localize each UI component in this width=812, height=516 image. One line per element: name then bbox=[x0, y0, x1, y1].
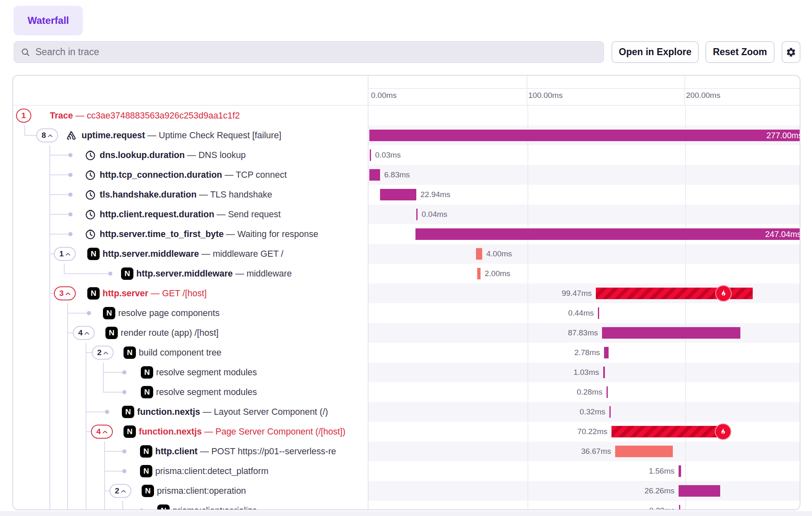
span-timeline-cell: 1.56ms bbox=[369, 461, 800, 481]
tree-connector-dot bbox=[68, 193, 72, 197]
span-tree-cell: 3Nhttp.server — GET /[host] bbox=[13, 284, 369, 303]
span-row[interactable]: 1Nhttp.server.middleware — middleware GE… bbox=[13, 244, 800, 264]
duration-bar[interactable] bbox=[679, 485, 720, 497]
span-title: prisma:client:detect_platform bbox=[155, 461, 268, 481]
duration-bar[interactable] bbox=[679, 505, 680, 510]
span-op-name: build component tree bbox=[139, 348, 222, 358]
tree-connector-stub bbox=[104, 451, 124, 452]
timeline-header: 0.00ms100.00ms200.00ms bbox=[13, 76, 800, 106]
span-op-name: resolve segment modules bbox=[156, 367, 257, 377]
child-count-pill[interactable]: 3 bbox=[54, 286, 76, 300]
duration-bar[interactable]: 277.00ms bbox=[369, 130, 800, 141]
duration-bar[interactable]: 247.04ms bbox=[415, 228, 800, 240]
span-row[interactable]: http.tcp_connection.duration — TCP conne… bbox=[13, 165, 800, 185]
duration-bar[interactable] bbox=[416, 209, 418, 220]
duration-bar[interactable] bbox=[609, 406, 611, 418]
span-row[interactable]: http.client.request.duration — Send requ… bbox=[13, 205, 800, 224]
span-row[interactable]: Nresolve page components0.44ms bbox=[13, 303, 800, 323]
child-count-pill[interactable]: 4 bbox=[73, 326, 95, 340]
span-row[interactable]: 4Nfunction.nextjs — Page Server Componen… bbox=[13, 422, 800, 442]
span-row[interactable]: 2Nprisma:client:operation26.26ms bbox=[13, 481, 800, 501]
child-count-pill[interactable]: 1 bbox=[54, 247, 76, 261]
settings-button[interactable] bbox=[782, 41, 800, 63]
duration-bar[interactable] bbox=[615, 446, 673, 457]
chevron-up-icon bbox=[65, 292, 70, 295]
span-row[interactable]: http.server.time_to_first_byte — Waiting… bbox=[13, 224, 800, 244]
tree-connector-line bbox=[86, 461, 86, 481]
span-row[interactable]: Nfunction.nextjs — Layout Server Compone… bbox=[13, 402, 800, 422]
tree-header bbox=[13, 76, 369, 105]
span-row[interactable]: Nresolve segment modules0.28ms bbox=[13, 382, 800, 402]
clock-icon bbox=[84, 209, 96, 220]
span-row[interactable]: tls.handshake.duration — TLS handshake22… bbox=[13, 185, 800, 205]
duration-bar[interactable] bbox=[370, 149, 371, 161]
span-op-name: http.client bbox=[155, 446, 198, 456]
span-row[interactable]: Nprisma:client:detect_platform1.56ms bbox=[13, 461, 800, 481]
tree-connector-line bbox=[49, 481, 50, 501]
span-timeline-cell: 0.44ms bbox=[369, 303, 800, 323]
duration-bar[interactable] bbox=[607, 386, 608, 398]
tree-connector-dot bbox=[68, 232, 72, 236]
span-op-name: dns.lookup.duration bbox=[100, 150, 185, 160]
span-timeline-cell: 36.67ms bbox=[369, 442, 800, 461]
span-description: cc3ae3748883563a926c253d9aa1c1f2 bbox=[87, 111, 240, 121]
duration-bar[interactable] bbox=[380, 189, 416, 200]
duration-bar[interactable] bbox=[679, 465, 681, 477]
duration-bar[interactable] bbox=[477, 268, 481, 279]
span-row[interactable]: 4Nrender route (app) /[host]87.83ms bbox=[13, 323, 800, 343]
nextjs-icon: N bbox=[157, 504, 170, 510]
clock-icon bbox=[84, 149, 96, 161]
nextjs-icon: N bbox=[105, 327, 118, 339]
duration-bar[interactable] bbox=[603, 367, 605, 378]
child-count-pill[interactable]: 2 bbox=[92, 346, 114, 360]
trace-waterfall-view: Waterfall Search in trace Open in Explor… bbox=[0, 0, 812, 516]
separator: — bbox=[198, 446, 211, 456]
duration-bar[interactable] bbox=[476, 248, 482, 260]
span-description: Send request bbox=[228, 209, 281, 219]
duration-bar[interactable] bbox=[598, 307, 599, 319]
tab-waterfall[interactable]: Waterfall bbox=[14, 6, 83, 35]
duration-bar[interactable] bbox=[602, 327, 740, 339]
span-tree-cell: Nresolve segment modules bbox=[13, 382, 369, 402]
span-row[interactable]: 1Trace — cc3ae3748883563a926c253d9aa1c1f… bbox=[13, 106, 800, 126]
span-timeline-cell: 2.78ms bbox=[369, 343, 800, 363]
span-row[interactable]: dns.lookup.duration — DNS lookup0.03ms bbox=[13, 145, 800, 165]
duration-bar[interactable] bbox=[611, 426, 722, 437]
duration-bar[interactable] bbox=[369, 169, 380, 181]
child-count-pill[interactable]: 1 bbox=[16, 109, 31, 123]
duration-label: 70.22ms bbox=[577, 422, 607, 442]
duration-label: 87.83ms bbox=[568, 323, 598, 343]
tree-connector-line bbox=[67, 481, 68, 501]
span-row[interactable]: 3Nhttp.server — GET /[host]99.47ms bbox=[13, 284, 800, 303]
duration-label: 22.94ms bbox=[420, 185, 450, 205]
span-row[interactable]: Nhttp.server.middleware — middleware2.00… bbox=[13, 264, 800, 284]
duration-bar[interactable] bbox=[604, 347, 609, 358]
open-in-explore-button[interactable]: Open in Explore bbox=[611, 41, 699, 63]
clock-icon bbox=[84, 228, 96, 240]
span-row[interactable]: Nresolve segment modules1.03ms bbox=[13, 363, 800, 382]
span-row[interactable]: 8uptime.request — Uptime Check Request [… bbox=[13, 126, 800, 145]
span-tree-cell: dns.lookup.duration — DNS lookup bbox=[13, 145, 369, 165]
duration-label: 0.23ms bbox=[649, 501, 675, 510]
child-count-pill[interactable]: 8 bbox=[36, 128, 58, 142]
span-op-name: http.server.middleware bbox=[103, 249, 199, 259]
child-count-pill[interactable]: 4 bbox=[91, 425, 113, 439]
timeline-ruler[interactable]: 0.00ms100.00ms200.00ms bbox=[369, 76, 800, 105]
error-fire-icon[interactable] bbox=[715, 423, 731, 440]
span-row[interactable]: Nprisma:client:serialize0.23ms bbox=[13, 501, 800, 510]
child-count-pill[interactable]: 2 bbox=[110, 484, 131, 498]
error-fire-icon[interactable] bbox=[715, 285, 732, 302]
span-row[interactable]: Nhttp.client — POST https://p01--serverl… bbox=[13, 442, 800, 461]
span-title: http.server.time_to_first_byte — Waiting… bbox=[100, 224, 318, 244]
search-input[interactable]: Search in trace bbox=[14, 41, 604, 63]
span-row[interactable]: 2Nbuild component tree2.78ms bbox=[13, 343, 800, 363]
tree-connector-dot bbox=[68, 173, 72, 177]
nextjs-icon: N bbox=[141, 386, 153, 398]
reset-zoom-button[interactable]: Reset Zoom bbox=[705, 41, 775, 63]
tree-connector-stub bbox=[49, 293, 54, 294]
span-description: Waiting for response bbox=[238, 229, 318, 239]
grid-line bbox=[527, 76, 527, 105]
span-description: POST https://p01--serverless-re bbox=[211, 446, 336, 456]
span-title: tls.handshake.duration — TLS handshake bbox=[100, 185, 272, 205]
span-tree-cell: 1Nhttp.server.middleware — middleware GE… bbox=[13, 244, 369, 264]
